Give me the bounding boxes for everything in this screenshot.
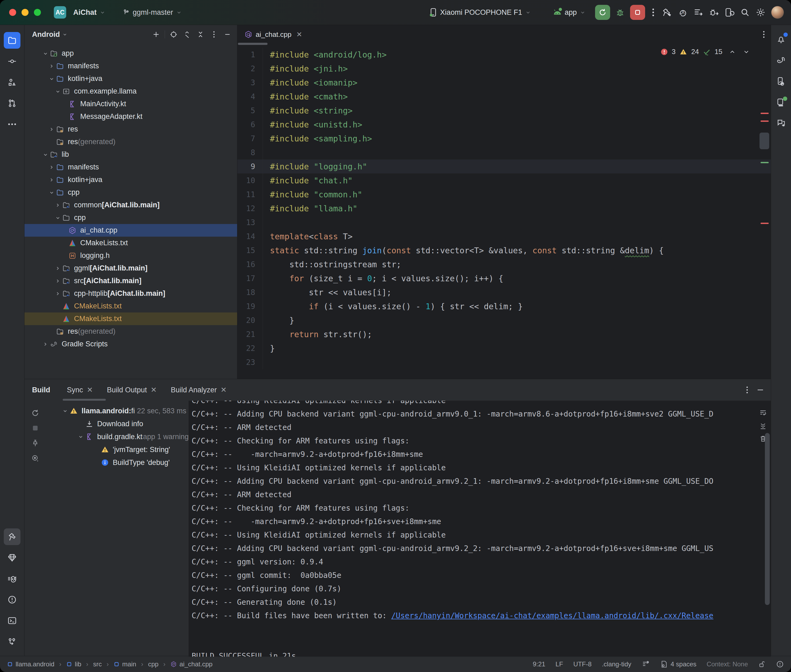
tree-item-cpp[interactable]: cpp	[24, 186, 237, 199]
tree-item-kotlin-java[interactable]: kotlin+java	[24, 72, 237, 85]
chevron-right-icon[interactable]	[54, 265, 62, 272]
line-ending[interactable]: LF	[555, 661, 563, 668]
add-icon[interactable]	[150, 29, 162, 40]
settings-icon[interactable]	[753, 5, 769, 20]
project-tool-icon[interactable]	[4, 32, 21, 49]
run-config-selector[interactable]: app	[553, 8, 586, 17]
context-widget[interactable]: Context: None	[707, 661, 748, 668]
code-line-18[interactable]: 18 str << values[i];	[237, 285, 771, 299]
code-line-5[interactable]: 5#include <string>	[237, 104, 771, 117]
code-line-11[interactable]: 11#include "common.h"	[237, 187, 771, 202]
error-stripe-mark[interactable]	[761, 113, 769, 114]
tree-item-logging-h[interactable]: logging.h	[24, 249, 237, 262]
tree-item-app[interactable]: app	[24, 47, 237, 60]
chevron-down-icon[interactable]	[48, 75, 55, 82]
options-kebab-icon[interactable]	[208, 29, 220, 40]
tree-item-cmakelists-txt[interactable]: CMakeLists.txt	[24, 312, 237, 325]
inspections-widget[interactable]: 3 24 15	[661, 48, 750, 56]
tab-build-analyzer[interactable]: Build Analyzer✕	[164, 379, 234, 401]
next-problem-icon[interactable]	[743, 48, 750, 55]
close-tab-icon[interactable]: ✕	[296, 30, 302, 39]
code-line-22[interactable]: 22}	[237, 341, 771, 355]
code-line-4[interactable]: 4#include <cmath>	[237, 90, 771, 104]
gemini-icon[interactable]	[773, 115, 789, 131]
commit-tool-icon[interactable]	[4, 53, 21, 70]
lock-icon[interactable]	[758, 661, 766, 668]
build-tool-window-title[interactable]: Build	[32, 386, 50, 394]
tree-item-ggml[interactable]: ggml [AiChat.lib.main]	[24, 262, 237, 275]
rerun-build-icon[interactable]	[29, 406, 42, 419]
apply-changes-icon[interactable]: A	[675, 5, 690, 20]
code-line-12[interactable]: 12#include "llama.h"	[237, 202, 771, 215]
tree-item-ai-chat-cpp[interactable]: Cai_chat.cpp	[24, 224, 237, 237]
debug-button[interactable]	[612, 5, 628, 20]
breadcrumb-item-main[interactable]: main	[114, 661, 136, 668]
filter-icon[interactable]	[29, 452, 42, 465]
build-kebab-icon[interactable]	[746, 386, 748, 394]
close-tab-icon[interactable]: ✕	[151, 386, 157, 394]
indent-setting[interactable]: 4 spaces	[660, 660, 696, 668]
minimize-panel-icon[interactable]	[756, 386, 764, 394]
chevron-down-icon[interactable]	[48, 189, 55, 196]
stop-build-icon[interactable]	[29, 422, 42, 435]
file-encoding[interactable]: UTF-8	[573, 661, 592, 668]
tree-item-src[interactable]: src [AiChat.lib.main]	[24, 275, 237, 287]
stop-button[interactable]	[630, 5, 645, 20]
code-line-14[interactable]: 14template<class T>	[237, 229, 771, 243]
structure-tool-icon[interactable]	[4, 74, 21, 91]
chevron-right-icon[interactable]	[54, 290, 62, 297]
problems-tool-icon[interactable]	[4, 591, 21, 608]
chevron-right-icon[interactable]	[54, 278, 62, 284]
build-tool-icon[interactable]	[4, 528, 21, 545]
pull-requests-tool-icon[interactable]	[4, 95, 21, 112]
avatar[interactable]	[771, 6, 784, 19]
breadcrumb-item-llama-android[interactable]: llama.android	[7, 661, 55, 668]
project-view-title[interactable]: Android	[32, 30, 60, 39]
code-editor[interactable]: 1#include <android/log.h>2#include <jni.…	[237, 44, 771, 379]
build-tree-item[interactable]: build.gradle.kts app 1 warning	[46, 430, 189, 443]
device-selector[interactable]: Xiaomi POCOPHONE F1	[429, 8, 531, 17]
device-manager-icon[interactable]	[773, 73, 789, 90]
editor-kebab-icon[interactable]	[763, 30, 765, 38]
tree-item-manifests[interactable]: manifests	[24, 60, 237, 72]
notifications-icon[interactable]	[773, 31, 789, 48]
attach-debugger-icon[interactable]	[706, 5, 722, 20]
branch-selector[interactable]: ggml-master	[122, 8, 182, 17]
code-line-7[interactable]: 7#include <sampling.h>	[237, 131, 771, 146]
tree-item-gradle-scripts[interactable]: Gradle Scripts	[24, 338, 237, 350]
tree-item-res[interactable]: res	[24, 123, 237, 136]
rerun-button[interactable]	[595, 5, 610, 20]
more-run-actions-icon[interactable]	[647, 5, 659, 20]
code-line-15[interactable]: 15static std::string join(const std::vec…	[237, 243, 771, 258]
soft-wrap-icon[interactable]	[759, 409, 767, 417]
error-indicator-icon[interactable]	[776, 660, 784, 668]
tab-ai-chat-cpp[interactable]: C ai_chat.cpp ✕	[237, 25, 308, 44]
chevron-right-icon[interactable]	[48, 164, 55, 171]
logcat-tool-icon[interactable]	[4, 570, 21, 587]
code-line-20[interactable]: 20 }	[237, 313, 771, 327]
code-line-13[interactable]: 13	[237, 215, 771, 229]
tab-build-output[interactable]: Build Output✕	[100, 379, 164, 401]
expand-all-icon[interactable]	[181, 29, 193, 40]
build-tree-item[interactable]: 'jvmTarget: String' is deprec	[46, 443, 189, 456]
inspections-widget-icon[interactable]	[642, 660, 650, 668]
code-line-10[interactable]: 10#include "chat.h"	[237, 173, 771, 187]
collapse-all-icon[interactable]	[194, 29, 207, 40]
search-everywhere-icon[interactable]	[737, 5, 753, 20]
tree-item-res[interactable]: res (generated)	[24, 136, 237, 148]
console-scrollbar-thumb[interactable]	[765, 433, 770, 605]
code-line-9[interactable]: 9#include "logging.h"	[237, 160, 771, 173]
select-opened-file-icon[interactable]	[168, 29, 180, 40]
tree-item-com-example-llama[interactable]: com.example.llama	[24, 85, 237, 98]
build-icon[interactable]	[659, 5, 675, 20]
tab-sync[interactable]: Sync✕	[60, 379, 100, 401]
more-tool-windows-icon[interactable]	[4, 116, 21, 133]
apply-code-changes-icon[interactable]	[690, 5, 706, 20]
chevron-right-icon[interactable]	[48, 177, 55, 183]
editor-scrollbar-thumb[interactable]	[759, 133, 769, 149]
app-quality-insights-tool-icon[interactable]	[4, 549, 21, 566]
chevron-right-icon[interactable]	[48, 126, 55, 133]
build-tree-item[interactable]: llama.android: fi22 sec, 583 ms	[46, 405, 189, 418]
code-line-16[interactable]: 16 std::ostringstream str;	[237, 258, 771, 271]
tree-item-mainactivity-kt[interactable]: MainActivity.kt	[24, 98, 237, 110]
